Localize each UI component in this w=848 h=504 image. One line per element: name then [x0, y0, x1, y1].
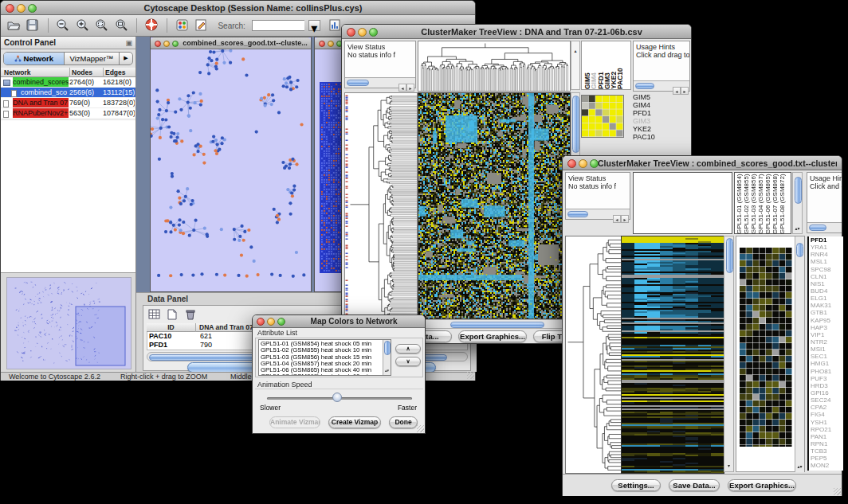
scrollbar-thumb[interactable]	[450, 322, 544, 328]
tv1-titlebar[interactable]: ClusterMaker TreeView : DNA and Tran 07-…	[342, 25, 691, 39]
resize-grip[interactable]	[417, 425, 424, 432]
scroll-left-icon[interactable]: ◂	[398, 84, 406, 92]
open-file-icon[interactable]	[6, 18, 22, 33]
done-button[interactable]: Done	[389, 416, 418, 428]
minimize-icon[interactable]	[163, 41, 170, 47]
scrollbar-thumb[interactable]	[567, 211, 588, 217]
tv2-column-scrollbar[interactable]: ▴▾	[792, 172, 803, 234]
gene-label[interactable]: PAN1	[811, 433, 843, 440]
scrollbar-thumb[interactable]	[809, 225, 826, 231]
column-label[interactable]: GIM4	[590, 45, 596, 89]
scroll-down-icon[interactable]: ▾	[798, 225, 800, 232]
gene-label[interactable]: PFD1	[811, 236, 843, 244]
gene-label[interactable]: MSI1	[811, 346, 843, 353]
attribute-list-scrollbar[interactable]: ▴▾	[383, 340, 391, 375]
float-panel-icon[interactable]: ▣	[125, 37, 132, 49]
column-label[interactable]: GPL51-01 (GSM854)	[736, 174, 743, 234]
column-label[interactable]: GPL51-03 (GSM856)	[750, 174, 757, 234]
scroll-arrows[interactable]: ▾	[724, 456, 733, 471]
new-attribute-icon[interactable]	[165, 308, 179, 321]
gene-label[interactable]: YKE2	[633, 125, 690, 133]
gene-label[interactable]: PUF3	[811, 375, 843, 382]
tv1-status-scrollbar[interactable]: ◂▸	[345, 77, 415, 88]
gene-label[interactable]: HMG1	[811, 360, 843, 367]
tab-vizmapper[interactable]: VizMapper™	[65, 53, 120, 64]
close-icon[interactable]	[155, 41, 161, 47]
tv1-hscrollbar[interactable]	[418, 319, 569, 329]
gene-label[interactable]: KAP95	[811, 317, 843, 324]
scrollbar-thumb[interactable]	[384, 341, 391, 355]
gene-label[interactable]: RPO21	[811, 426, 843, 433]
main-titlebar[interactable]: Cytoscape Desktop (Session Name: collins…	[1, 1, 475, 15]
scroll-arrows[interactable]: ▴▾	[795, 457, 804, 471]
tv2-column-dendrogram-area[interactable]	[633, 172, 732, 234]
scroll-up-icon[interactable]: ▴	[574, 47, 576, 54]
column-label[interactable]: GPL51-02 (GSM855)	[743, 174, 750, 234]
zoom-fit-icon[interactable]	[114, 18, 130, 33]
birdseye-view-canvas[interactable]	[6, 277, 132, 369]
search-input[interactable]	[252, 20, 304, 31]
tv2-status-scrollbar[interactable]: ◂▸	[566, 209, 630, 219]
gene-label[interactable]: SEC1	[811, 353, 843, 360]
tab-network[interactable]: Network	[4, 53, 65, 64]
zoom-window-icon[interactable]	[277, 318, 285, 326]
gene-label[interactable]: HAP3	[811, 324, 843, 331]
col-edges[interactable]: Edges	[103, 68, 135, 77]
animate-vizmap-button[interactable]: Animate Vizmap	[269, 416, 320, 428]
gene-label[interactable]: YSH1	[811, 419, 843, 426]
gene-label[interactable]: NIS1	[811, 280, 843, 287]
scroll-arrows[interactable]: ▴▾	[793, 219, 802, 233]
tv2-usage-scrollbar[interactable]	[807, 222, 842, 232]
attribute-table-icon[interactable]	[147, 308, 162, 321]
gene-label[interactable]: VIP1	[811, 331, 843, 338]
export-graphics-button[interactable]: Export Graphics...	[458, 330, 527, 342]
minimize-icon[interactable]	[358, 28, 367, 37]
gene-label[interactable]: BUD4	[811, 287, 843, 295]
attribute-item[interactable]: GPL51-03 (GSM856) heat shock 15 min	[261, 354, 381, 361]
scrollbar-thumb[interactable]	[726, 238, 733, 273]
delete-attribute-icon[interactable]	[183, 308, 198, 321]
close-icon[interactable]	[567, 159, 576, 168]
minimize-icon[interactable]	[328, 41, 334, 47]
move-down-button[interactable]: ∨	[395, 357, 421, 366]
zoom-window-icon[interactable]	[172, 41, 179, 47]
gene-label[interactable]: GIM4	[633, 101, 690, 109]
tv1-column-dendrogram[interactable]	[418, 41, 571, 92]
scroll-right-icon[interactable]: ▸	[406, 84, 414, 92]
gene-label[interactable]: PEP5	[811, 455, 843, 462]
column-label[interactable]: GPL51-07 (GSM868)	[771, 174, 779, 234]
attribute-list[interactable]: GPL51-01 (GSM854) heat shock 05 minGPL51…	[258, 339, 391, 376]
gene-label[interactable]: RNR4	[811, 251, 843, 258]
network-view-1-canvas[interactable]	[151, 37, 311, 279]
tv1-row-dendrogram[interactable]	[344, 92, 418, 319]
close-icon[interactable]	[347, 28, 355, 37]
gene-label[interactable]: PFD1	[633, 109, 690, 117]
scrollbar-thumb[interactable]	[795, 177, 802, 204]
scrollbar-thumb[interactable]	[572, 96, 579, 153]
column-label[interactable]: GPL51-08 (GSM872)	[779, 174, 786, 234]
gene-label[interactable]: HRD3	[811, 382, 843, 389]
minimize-icon[interactable]	[579, 159, 587, 168]
scrollbar-thumb[interactable]	[635, 83, 654, 89]
gene-label[interactable]: GPI16	[811, 389, 843, 397]
attribute-item[interactable]: GPL51-02 (GSM855) heat shock 10 min	[261, 347, 381, 354]
column-label[interactable]: PAC10	[616, 45, 622, 89]
save-data-button[interactable]: Save Data...	[669, 479, 720, 491]
speed-slider-thumb[interactable]	[332, 393, 342, 402]
minimize-icon[interactable]	[267, 318, 275, 326]
gene-label[interactable]: RPN1	[811, 440, 843, 447]
gene-label[interactable]: MSL1	[811, 258, 843, 265]
gene-label[interactable]: CLN1	[811, 273, 843, 280]
tv1-top-scroll-strip[interactable]: ▴	[571, 41, 580, 90]
close-icon[interactable]	[6, 4, 14, 13]
close-icon[interactable]	[257, 318, 265, 326]
zoom-out-icon[interactable]	[55, 18, 71, 33]
col-network[interactable]: Network	[4, 68, 68, 77]
gene-label[interactable]: PHO81	[811, 368, 843, 375]
tv2-secondary-scrollbar[interactable]: ▴▾	[795, 236, 804, 472]
scrollbar-thumb[interactable]	[796, 243, 803, 257]
gene-label[interactable]: GTB1	[811, 309, 843, 316]
column-label[interactable]: GPL51-04 (GSM857)	[757, 174, 764, 234]
gene-label[interactable]: GIM5	[633, 93, 690, 101]
settings-button[interactable]: Settings...	[611, 479, 661, 491]
